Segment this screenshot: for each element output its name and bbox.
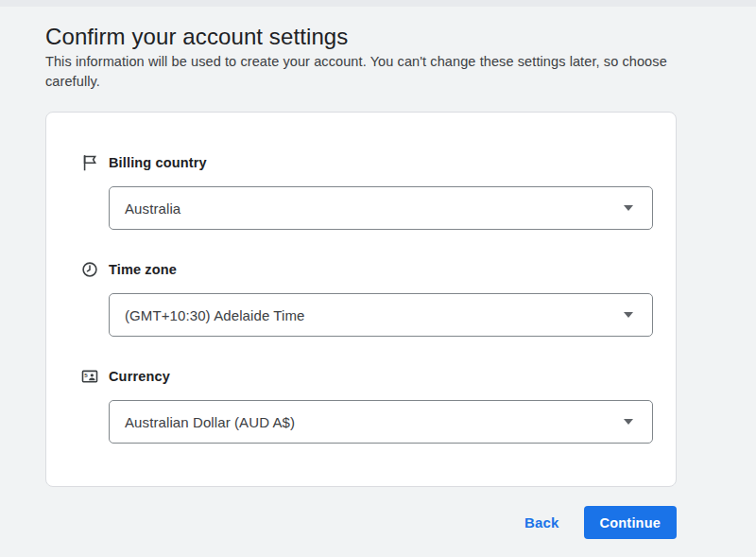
svg-text:5: 5 [84, 372, 88, 378]
field-currency: 5 Currency Australian Dollar (AUD A$) [109, 367, 651, 444]
account-setup-page: Confirm your account settings This infor… [0, 7, 756, 539]
flag-icon [80, 153, 99, 172]
billing-country-label-row: Billing country [80, 153, 651, 172]
page-subtitle: This information will be used to create … [45, 52, 707, 92]
clock-icon [80, 260, 99, 279]
top-strip [0, 0, 756, 7]
time-zone-label: Time zone [109, 262, 177, 277]
billing-country-value: Australia [125, 200, 180, 217]
time-zone-select[interactable]: (GMT+10:30) Adelaide Time [109, 293, 653, 337]
page-title: Confirm your account settings [45, 25, 722, 49]
currency-label-row: 5 Currency [80, 367, 651, 386]
currency-select[interactable]: Australian Dollar (AUD A$) [109, 400, 653, 444]
billing-country-select[interactable]: Australia [109, 186, 653, 230]
field-time-zone: Time zone (GMT+10:30) Adelaide Time [109, 260, 651, 337]
chevron-down-icon [624, 312, 633, 318]
chevron-down-icon [624, 419, 633, 425]
settings-card: Billing country Australia Time zone (GMT… [45, 112, 677, 487]
field-billing-country: Billing country Australia [109, 153, 651, 230]
money-icon: 5 [80, 367, 99, 386]
footer-actions: Back Continue [45, 506, 677, 539]
chevron-down-icon [624, 205, 633, 211]
continue-button[interactable]: Continue [584, 506, 677, 539]
billing-country-label: Billing country [109, 155, 207, 170]
back-button[interactable]: Back [515, 507, 569, 538]
time-zone-value: (GMT+10:30) Adelaide Time [125, 307, 305, 323]
currency-label: Currency [109, 369, 170, 384]
time-zone-label-row: Time zone [80, 260, 651, 279]
currency-value: Australian Dollar (AUD A$) [125, 414, 295, 430]
